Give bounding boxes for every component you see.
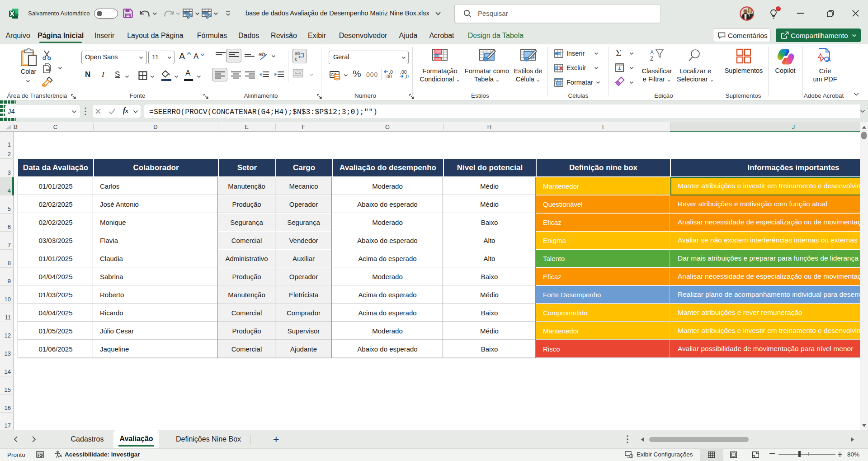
svg-text:ab: ab	[295, 51, 300, 56]
svg-text:c: c	[295, 56, 297, 62]
svg-text:A: A	[650, 49, 654, 56]
svg-text:Z: Z	[650, 56, 653, 62]
svg-text:,00: ,00	[385, 74, 392, 79]
